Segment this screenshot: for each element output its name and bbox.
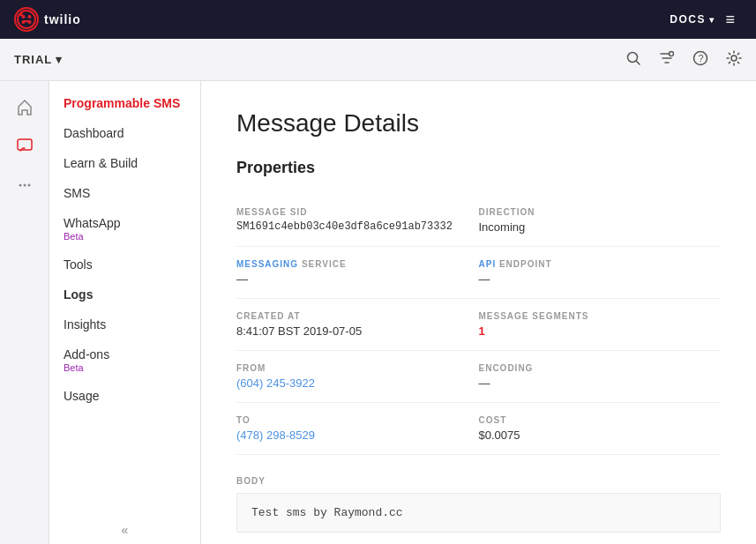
prop-from-label: FROM — [236, 363, 458, 373]
icon-sidebar — [0, 81, 49, 544]
twilio-logo: twilio — [14, 7, 81, 32]
prop-direction-label: DIRECTION — [479, 207, 700, 217]
properties-grid: MESSAGE SID SM1691c4ebb03c40e3df8a6ce91a… — [236, 195, 721, 455]
docs-chevron-icon: ▾ — [709, 15, 715, 25]
prop-message-sid-label: MESSAGE SID — [236, 207, 458, 217]
sidebar-item-whatsapp[interactable]: WhatsApp Beta — [49, 208, 200, 250]
prop-to-label: TO — [236, 415, 458, 425]
search-button[interactable] — [625, 50, 641, 70]
prop-messaging-service-value: — — [236, 272, 458, 286]
top-nav-left: twilio — [14, 7, 81, 32]
addons-beta-tag: Beta — [64, 362, 186, 373]
prop-message-segments-label: MESSAGE SEGMENTS — [479, 311, 700, 321]
svg-point-0 — [18, 11, 35, 28]
main-layout: Programmable SMS Dashboard Learn & Build… — [0, 81, 756, 544]
twilio-logo-icon — [14, 7, 39, 32]
sidebar-item-addons[interactable]: Add-ons Beta — [49, 339, 200, 381]
prop-created-at-value: 8:41:07 BST 2019-07-05 — [236, 324, 458, 338]
prop-created-at-label: CREATED AT — [236, 311, 458, 321]
svg-point-4 — [28, 20, 32, 24]
prop-cost: COST $0.0075 — [479, 403, 722, 455]
secondary-nav: TRIAL ▾ ? — [0, 39, 756, 81]
body-section: BODY Test sms by Raymond.cc — [236, 476, 721, 533]
trial-button[interactable]: TRIAL ▾ — [14, 53, 63, 66]
svg-point-12 — [19, 184, 21, 187]
page-title: Message Details — [236, 109, 721, 138]
prop-encoding: ENCODING — — [479, 351, 722, 403]
prop-cost-label: COST — [479, 415, 700, 425]
sidebar-collapse-button[interactable]: « — [122, 523, 129, 537]
chat-nav-button[interactable] — [9, 130, 41, 162]
top-nav: twilio DOCS ▾ ≡ — [0, 0, 756, 39]
hamburger-button[interactable]: ≡ — [718, 7, 742, 33]
svg-point-7 — [670, 51, 674, 56]
prop-message-segments-value: 1 — [479, 324, 700, 338]
top-nav-right: DOCS ▾ ≡ — [670, 7, 742, 33]
docs-button[interactable]: DOCS ▾ — [670, 13, 715, 26]
settings-button[interactable] — [726, 50, 742, 70]
prop-from: FROM (604) 245-3922 — [236, 351, 479, 403]
trial-chevron-icon: ▾ — [56, 53, 63, 66]
prop-messaging-service-label: MESSAGING SERVICE — [236, 259, 458, 269]
home-nav-button[interactable] — [9, 92, 41, 123]
svg-point-2 — [28, 15, 32, 19]
sidebar-item-learn-build[interactable]: Learn & Build — [49, 148, 200, 178]
svg-point-3 — [22, 20, 26, 24]
prop-direction-value: Incoming — [479, 220, 700, 234]
sidebar-item-dashboard[interactable]: Dashboard — [49, 118, 200, 148]
whatsapp-beta-tag: Beta — [64, 231, 186, 242]
prop-from-value[interactable]: (604) 245-3922 — [236, 376, 458, 390]
twilio-wordmark: twilio — [44, 12, 81, 26]
svg-line-6 — [637, 61, 640, 64]
svg-text:?: ? — [699, 53, 704, 63]
prop-api-endpoint: API ENDPOINT — — [479, 247, 722, 299]
body-label: BODY — [236, 476, 721, 486]
body-content: Test sms by Raymond.cc — [236, 493, 721, 533]
more-nav-button[interactable] — [9, 169, 41, 201]
svg-point-14 — [27, 184, 30, 187]
sidebar-item-insights[interactable]: Insights — [49, 309, 200, 339]
properties-section-title: Properties — [236, 159, 721, 177]
sidebar-item-tools[interactable]: Tools — [49, 250, 200, 279]
prop-direction: DIRECTION Incoming — [479, 195, 722, 247]
prop-api-endpoint-value: — — [479, 272, 700, 286]
prop-created-at: CREATED AT 8:41:07 BST 2019-07-05 — [236, 299, 479, 351]
prop-messaging-service: MESSAGING SERVICE — — [236, 247, 479, 299]
svg-point-13 — [23, 184, 26, 187]
prop-encoding-value: — — [479, 376, 700, 390]
prop-to: TO (478) 298-8529 — [236, 403, 479, 455]
svg-point-10 — [731, 56, 737, 61]
sidebar-section-title: Programmable SMS — [49, 81, 200, 118]
prop-cost-value: $0.0075 — [479, 428, 700, 442]
nav-icons: ? — [625, 50, 742, 70]
prop-to-value[interactable]: (478) 298-8529 — [236, 428, 458, 442]
help-button[interactable]: ? — [692, 50, 708, 70]
main-content: Message Details Properties MESSAGE SID S… — [201, 81, 756, 544]
svg-point-5 — [628, 52, 638, 62]
sidebar-item-logs[interactable]: Logs — [49, 279, 200, 309]
prop-message-sid-value: SM1691c4ebb03c40e3df8a6ce91ab73332 — [236, 220, 458, 233]
prop-encoding-label: ENCODING — [479, 363, 700, 373]
text-sidebar: Programmable SMS Dashboard Learn & Build… — [49, 81, 201, 544]
sidebar-item-sms[interactable]: SMS — [49, 178, 200, 208]
filter-button[interactable] — [659, 50, 675, 70]
svg-point-1 — [22, 15, 26, 19]
prop-message-sid: MESSAGE SID SM1691c4ebb03c40e3df8a6ce91a… — [236, 195, 479, 247]
prop-api-endpoint-label: API ENDPOINT — [479, 259, 700, 269]
prop-message-segments: MESSAGE SEGMENTS 1 — [479, 299, 722, 351]
sidebar-item-usage[interactable]: Usage — [49, 381, 200, 411]
